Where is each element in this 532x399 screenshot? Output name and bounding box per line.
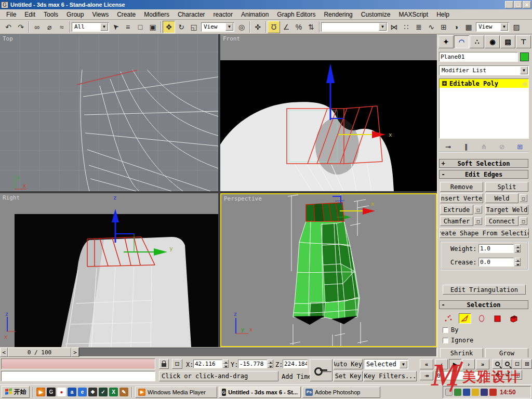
selection-region-icon[interactable]: □ — [134, 21, 147, 33]
viewport-front-canvas[interactable]: x — [220, 34, 437, 191]
by-vertex-checkbox[interactable]: By — [443, 326, 458, 334]
menu-reactor[interactable]: reactor — [209, 11, 237, 18]
selection-lock-button[interactable] — [159, 359, 169, 369]
dropdown-arrow-icon[interactable]: ▼ — [400, 361, 407, 368]
time-slider-track[interactable] — [79, 348, 437, 357]
viewport-right-label[interactable]: Right — [3, 194, 20, 201]
selection-filter-dropdown[interactable]: All▼ — [72, 22, 109, 32]
connect-settings-button[interactable]: □ — [520, 217, 527, 225]
angle-snap-icon[interactable]: ∠ — [280, 21, 292, 33]
tab-create[interactable]: ✦ — [438, 35, 454, 48]
modifier-stack-item-editable-poly[interactable]: + Editable Poly ◁ — [440, 79, 528, 88]
element-subobject-icon[interactable] — [508, 313, 520, 324]
quicklaunch-internet-icon[interactable]: e — [78, 388, 87, 396]
select-and-link-icon[interactable]: ∞ — [31, 21, 43, 33]
menu-maxscript[interactable]: MAXScript — [394, 11, 432, 18]
rollout-soft-selection[interactable]: +Soft Selection — [439, 159, 528, 168]
go-to-end-button[interactable]: » — [476, 359, 489, 369]
task-windows-media-player[interactable]: ▶Windows Media Player — [135, 387, 217, 398]
dropdown-arrow-icon[interactable]: ▼ — [225, 23, 233, 31]
menu-create[interactable]: Create — [113, 11, 140, 18]
viewport-top-canvas[interactable]: y x — [0, 34, 218, 191]
tab-modify[interactable]: ◠ — [454, 35, 469, 48]
quicklaunch-excel-icon[interactable]: X — [109, 388, 118, 396]
schematic-view-icon[interactable]: ⊞ — [437, 21, 450, 33]
key-mode-toggle-button[interactable]: ↠ — [420, 371, 433, 380]
viewport-top[interactable]: Top y x — [0, 34, 218, 191]
menu-graph-editors[interactable]: Graph Editors — [273, 11, 320, 18]
undo-icon[interactable]: ↶ — [2, 21, 15, 33]
x-coord-spinner[interactable] — [223, 360, 229, 368]
window-crossing-icon[interactable]: ▣ — [147, 21, 159, 33]
menu-character[interactable]: Character — [174, 11, 209, 18]
select-and-move-icon[interactable]: ✥ — [163, 21, 175, 33]
menu-tools[interactable]: Tools — [39, 11, 62, 18]
quicklaunch-app-dark2-icon[interactable]: ✓ — [99, 388, 108, 396]
x-coord-field[interactable]: 42.116 — [193, 360, 222, 368]
menu-rendering[interactable]: Rendering — [320, 11, 356, 18]
object-name-field[interactable]: Plane01 — [439, 52, 518, 62]
configure-modifier-sets-icon[interactable]: ⊞ — [514, 141, 526, 152]
close-button[interactable]: × — [523, 1, 531, 8]
auto-key-button[interactable]: Auto Key — [334, 359, 363, 369]
connect-button[interactable]: Connect — [485, 216, 518, 226]
tab-utilities[interactable]: ⊤ — [516, 35, 531, 48]
go-to-start-button[interactable]: « — [420, 359, 433, 369]
curve-editor-icon[interactable]: ∿ — [425, 21, 437, 33]
modifier-list-dropdown[interactable]: Modifier List▼ — [439, 65, 529, 75]
absolute-mode-button[interactable]: ⊡ — [172, 359, 182, 369]
weld-button[interactable]: Weld — [485, 193, 518, 203]
reference-coordinate-dropdown[interactable]: View▼ — [201, 22, 234, 32]
time-slider-left-arrow[interactable]: < — [0, 348, 8, 357]
tray-icon-3[interactable] — [463, 389, 470, 396]
maxscript-listener-pink[interactable] — [1, 358, 155, 369]
viewport-perspective-label[interactable]: Perspective — [224, 195, 262, 202]
menu-views[interactable]: Views — [88, 11, 113, 18]
percent-snap-icon[interactable]: % — [292, 21, 305, 33]
crease-spinner[interactable] — [515, 258, 521, 266]
viewport-front-label[interactable]: Front — [223, 35, 240, 42]
chamfer-button[interactable]: Chamfer — [440, 216, 473, 226]
redo-icon[interactable]: ↷ — [15, 21, 27, 33]
crease-field[interactable]: 0.0 — [478, 258, 514, 267]
current-frame-field[interactable]: 0 — [435, 371, 489, 380]
quicklaunch-media-player-icon[interactable]: ▶ — [36, 388, 45, 396]
quicklaunch-acdsee-icon[interactable]: a — [68, 388, 76, 396]
show-end-result-icon[interactable]: ∥ — [460, 141, 472, 152]
menu-animation[interactable]: Animation — [237, 11, 273, 18]
edit-triangulation-button[interactable]: Edit Triangulation — [443, 285, 526, 295]
task-photoshop[interactable]: PsAdobe Photoshop — [302, 387, 380, 398]
zoom-extents-button[interactable]: ⊡ — [512, 359, 522, 369]
tray-icon-4[interactable] — [472, 389, 479, 396]
minimize-button[interactable]: _ — [505, 1, 513, 8]
quicklaunch-app-dark1-icon[interactable]: ❖ — [88, 388, 97, 396]
border-subobject-icon[interactable] — [476, 313, 487, 324]
menu-file[interactable]: File — [2, 11, 20, 18]
quicklaunch-paint-icon[interactable]: ✎ — [119, 388, 128, 396]
remove-button[interactable]: Remove — [440, 182, 483, 192]
viewport-front[interactable]: Front x — [220, 34, 437, 191]
ignore-backfacing-checkbox-box[interactable] — [443, 338, 448, 343]
extrude-settings-button[interactable]: □ — [474, 206, 482, 214]
named-selection-sets-field[interactable]: ▼ — [321, 22, 388, 32]
dropdown-arrow-icon[interactable]: ▼ — [500, 23, 508, 31]
zoom-extents-all-button[interactable]: ⊞ — [522, 359, 532, 369]
key-filters-button[interactable]: Key Filters... — [364, 371, 417, 381]
vertex-subobject-icon[interactable] — [443, 313, 454, 324]
y-coord-field[interactable]: -15.778 — [238, 360, 267, 368]
pin-stack-icon[interactable]: ⊸ — [442, 141, 454, 152]
use-center-icon[interactable]: ◎ — [235, 21, 248, 33]
target-weld-button[interactable]: Target Weld — [485, 205, 528, 215]
time-slider-right-arrow[interactable]: > — [71, 348, 79, 357]
render-type-dropdown[interactable]: View▼ — [476, 22, 509, 32]
weld-settings-button[interactable]: □ — [520, 194, 527, 202]
set-keys-button[interactable] — [310, 359, 332, 381]
align-icon[interactable]: ∷ — [400, 21, 413, 33]
play-button[interactable]: ▶ — [449, 359, 461, 369]
tab-display[interactable]: ▤ — [500, 35, 515, 48]
tray-icon-1[interactable] — [445, 389, 453, 396]
weight-spinner[interactable] — [515, 244, 521, 252]
tray-icon-5[interactable] — [481, 389, 488, 396]
previous-frame-button[interactable]: ‹ — [435, 359, 448, 369]
layer-manager-icon[interactable]: ≣ — [413, 21, 425, 33]
